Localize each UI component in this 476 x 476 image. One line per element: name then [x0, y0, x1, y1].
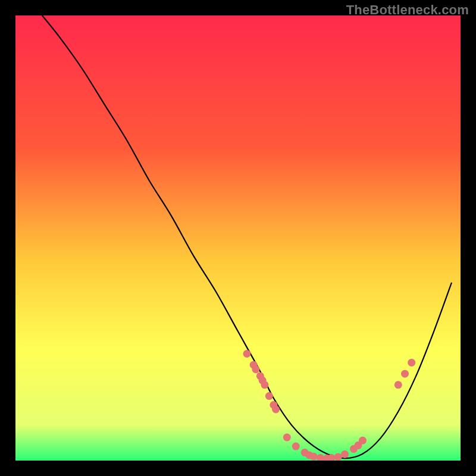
data-marker — [359, 437, 367, 444]
data-marker — [261, 381, 268, 389]
data-marker — [283, 434, 291, 441]
chart-svg — [15, 15, 461, 461]
data-marker — [272, 405, 280, 413]
data-marker — [310, 453, 318, 461]
data-marker — [401, 370, 409, 378]
data-marker — [265, 392, 273, 400]
data-marker — [408, 359, 415, 367]
gradient-background — [15, 15, 461, 461]
data-marker — [394, 381, 402, 389]
data-marker — [341, 450, 349, 458]
data-marker — [334, 453, 342, 461]
chart-frame: TheBottleneck.com — [0, 0, 476, 476]
plot-area — [15, 15, 461, 461]
data-marker — [243, 350, 250, 358]
data-marker — [292, 443, 300, 450]
data-marker — [252, 365, 259, 373]
